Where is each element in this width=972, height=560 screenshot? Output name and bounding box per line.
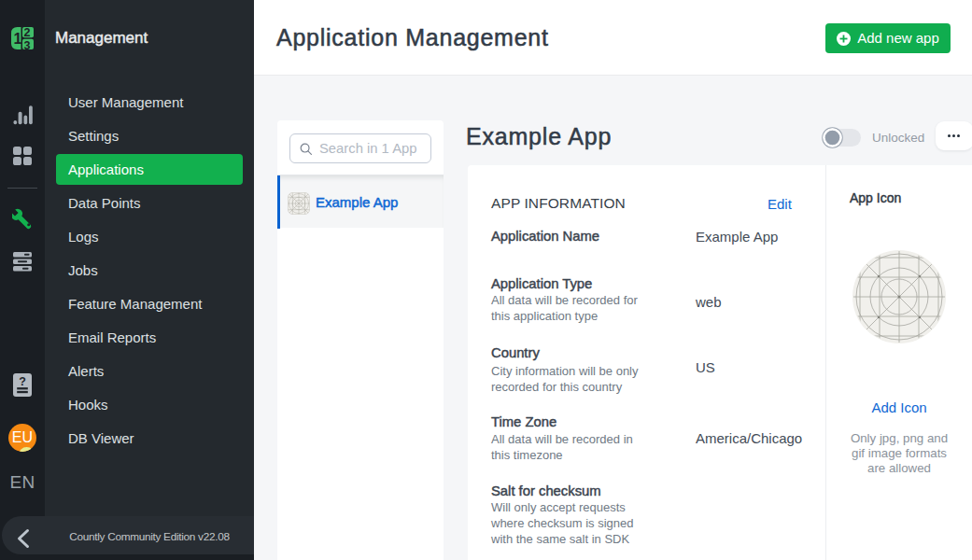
svg-text:2: 2 <box>24 27 31 39</box>
svg-text:3: 3 <box>24 39 31 49</box>
svg-text:?: ? <box>19 375 26 388</box>
svg-text:1: 1 <box>13 31 21 47</box>
